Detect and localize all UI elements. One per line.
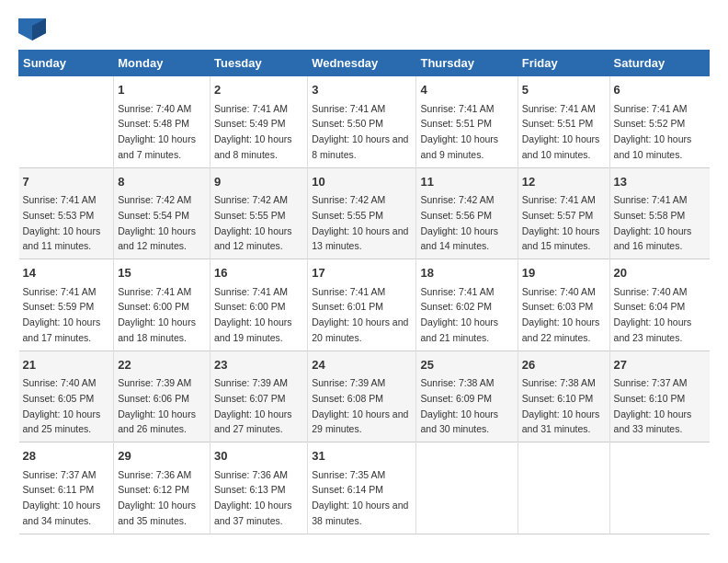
day-sunset: Sunset: 6:00 PM <box>214 301 286 312</box>
day-sunrise: Sunrise: 7:40 AM <box>23 377 97 388</box>
day-number: 20 <box>614 264 706 282</box>
day-sunset: Sunset: 5:51 PM <box>522 118 594 129</box>
day-number: 24 <box>312 356 412 374</box>
day-cell: 7Sunrise: 7:41 AMSunset: 5:53 PMDaylight… <box>19 167 114 259</box>
day-cell: 20Sunrise: 7:40 AMSunset: 6:04 PMDayligh… <box>609 259 709 351</box>
day-cell: 8Sunrise: 7:42 AMSunset: 5:54 PMDaylight… <box>114 167 210 259</box>
day-sunrise: Sunrise: 7:40 AM <box>118 103 191 114</box>
day-sunset: Sunset: 5:57 PM <box>522 210 594 221</box>
day-cell: 17Sunrise: 7:41 AMSunset: 6:01 PMDayligh… <box>308 259 416 351</box>
day-cell: 5Sunrise: 7:41 AMSunset: 5:51 PMDaylight… <box>518 76 609 168</box>
day-sunset: Sunset: 5:58 PM <box>614 210 686 221</box>
day-cell <box>518 442 609 534</box>
day-sunset: Sunset: 5:51 PM <box>420 118 492 129</box>
day-cell: 22Sunrise: 7:39 AMSunset: 6:06 PMDayligh… <box>114 350 210 442</box>
day-sunrise: Sunrise: 7:40 AM <box>522 286 596 297</box>
day-number: 3 <box>312 81 412 99</box>
calendar-table: SundayMondayTuesdayWednesdayThursdayFrid… <box>18 50 710 534</box>
day-daylight: Daylight: 10 hours and 27 minutes. <box>214 408 292 435</box>
day-sunset: Sunset: 5:53 PM <box>23 210 95 221</box>
week-row-5: 28Sunrise: 7:37 AMSunset: 6:11 PMDayligh… <box>19 442 710 534</box>
day-cell: 29Sunrise: 7:36 AMSunset: 6:12 PMDayligh… <box>114 442 210 534</box>
day-cell: 31Sunrise: 7:35 AMSunset: 6:14 PMDayligh… <box>308 442 416 534</box>
day-number: 28 <box>23 447 110 465</box>
day-cell: 18Sunrise: 7:41 AMSunset: 6:02 PMDayligh… <box>416 259 518 351</box>
day-number: 25 <box>420 356 513 374</box>
week-row-3: 14Sunrise: 7:41 AMSunset: 5:59 PMDayligh… <box>19 259 710 351</box>
day-cell <box>416 442 518 534</box>
day-cell: 11Sunrise: 7:42 AMSunset: 5:56 PMDayligh… <box>416 167 518 259</box>
day-cell: 28Sunrise: 7:37 AMSunset: 6:11 PMDayligh… <box>19 442 114 534</box>
day-sunset: Sunset: 6:09 PM <box>420 393 492 404</box>
day-sunset: Sunset: 5:55 PM <box>312 210 383 221</box>
day-sunset: Sunset: 5:55 PM <box>214 210 286 221</box>
week-row-2: 7Sunrise: 7:41 AMSunset: 5:53 PMDaylight… <box>19 167 710 259</box>
day-cell: 23Sunrise: 7:39 AMSunset: 6:07 PMDayligh… <box>210 350 307 442</box>
day-sunrise: Sunrise: 7:41 AM <box>118 286 191 297</box>
day-sunset: Sunset: 6:05 PM <box>23 393 95 404</box>
day-sunrise: Sunrise: 7:41 AM <box>522 103 596 114</box>
day-daylight: Daylight: 10 hours and 37 minutes. <box>214 500 292 526</box>
day-daylight: Daylight: 10 hours and 30 minutes. <box>420 408 498 435</box>
day-daylight: Daylight: 10 hours and 22 minutes. <box>522 316 600 343</box>
day-sunset: Sunset: 5:56 PM <box>420 210 492 221</box>
column-header-wednesday: Wednesday <box>308 51 416 76</box>
day-number: 1 <box>118 81 206 99</box>
day-sunset: Sunset: 5:59 PM <box>23 301 95 312</box>
day-sunset: Sunset: 6:14 PM <box>312 484 383 495</box>
day-sunrise: Sunrise: 7:37 AM <box>23 469 97 480</box>
column-header-friday: Friday <box>518 51 609 76</box>
day-cell: 15Sunrise: 7:41 AMSunset: 6:00 PMDayligh… <box>114 259 210 351</box>
day-sunset: Sunset: 6:02 PM <box>420 301 492 312</box>
day-sunrise: Sunrise: 7:41 AM <box>23 194 97 205</box>
day-daylight: Daylight: 10 hours and 35 minutes. <box>118 500 196 526</box>
day-number: 13 <box>614 173 706 191</box>
day-number: 9 <box>214 173 303 191</box>
logo <box>18 18 50 40</box>
day-number: 15 <box>118 264 206 282</box>
day-number: 17 <box>312 264 412 282</box>
day-number: 7 <box>23 173 110 191</box>
day-number: 27 <box>614 356 706 374</box>
day-sunrise: Sunrise: 7:41 AM <box>312 286 385 297</box>
day-sunset: Sunset: 6:08 PM <box>312 393 383 404</box>
day-number: 11 <box>420 173 513 191</box>
day-sunset: Sunset: 5:54 PM <box>118 210 189 221</box>
day-number: 12 <box>522 173 606 191</box>
day-sunrise: Sunrise: 7:42 AM <box>214 194 288 205</box>
day-daylight: Daylight: 10 hours and 9 minutes. <box>420 133 498 160</box>
day-daylight: Daylight: 10 hours and 31 minutes. <box>522 408 600 435</box>
day-sunrise: Sunrise: 7:41 AM <box>420 286 494 297</box>
day-number: 18 <box>420 264 513 282</box>
day-cell: 2Sunrise: 7:41 AMSunset: 5:49 PMDaylight… <box>210 76 307 168</box>
day-daylight: Daylight: 10 hours and 34 minutes. <box>23 500 101 526</box>
day-sunset: Sunset: 6:06 PM <box>118 393 189 404</box>
day-daylight: Daylight: 10 hours and 26 minutes. <box>118 408 196 435</box>
column-header-thursday: Thursday <box>416 51 518 76</box>
day-sunrise: Sunrise: 7:41 AM <box>522 194 596 205</box>
day-number: 16 <box>214 264 303 282</box>
day-daylight: Daylight: 10 hours and 21 minutes. <box>420 316 498 343</box>
day-daylight: Daylight: 10 hours and 14 minutes. <box>420 225 498 252</box>
day-daylight: Daylight: 10 hours and 20 minutes. <box>312 316 408 343</box>
day-sunset: Sunset: 5:52 PM <box>614 118 686 129</box>
day-cell: 19Sunrise: 7:40 AMSunset: 6:03 PMDayligh… <box>518 259 609 351</box>
day-daylight: Daylight: 10 hours and 11 minutes. <box>23 225 101 252</box>
day-cell: 3Sunrise: 7:41 AMSunset: 5:50 PMDaylight… <box>308 76 416 168</box>
day-cell: 30Sunrise: 7:36 AMSunset: 6:13 PMDayligh… <box>210 442 307 534</box>
day-number: 22 <box>118 356 206 374</box>
day-sunrise: Sunrise: 7:41 AM <box>214 286 288 297</box>
day-number: 8 <box>118 173 206 191</box>
day-sunrise: Sunrise: 7:39 AM <box>118 377 191 388</box>
day-cell: 25Sunrise: 7:38 AMSunset: 6:09 PMDayligh… <box>416 350 518 442</box>
day-daylight: Daylight: 10 hours and 10 minutes. <box>614 133 692 160</box>
day-sunrise: Sunrise: 7:36 AM <box>214 469 288 480</box>
day-daylight: Daylight: 10 hours and 12 minutes. <box>118 225 196 252</box>
day-cell: 16Sunrise: 7:41 AMSunset: 6:00 PMDayligh… <box>210 259 307 351</box>
day-cell: 13Sunrise: 7:41 AMSunset: 5:58 PMDayligh… <box>609 167 709 259</box>
day-daylight: Daylight: 10 hours and 8 minutes. <box>312 133 408 160</box>
day-daylight: Daylight: 10 hours and 33 minutes. <box>614 408 692 435</box>
day-sunrise: Sunrise: 7:41 AM <box>23 286 97 297</box>
day-sunset: Sunset: 6:10 PM <box>614 393 686 404</box>
day-sunset: Sunset: 5:50 PM <box>312 118 383 129</box>
